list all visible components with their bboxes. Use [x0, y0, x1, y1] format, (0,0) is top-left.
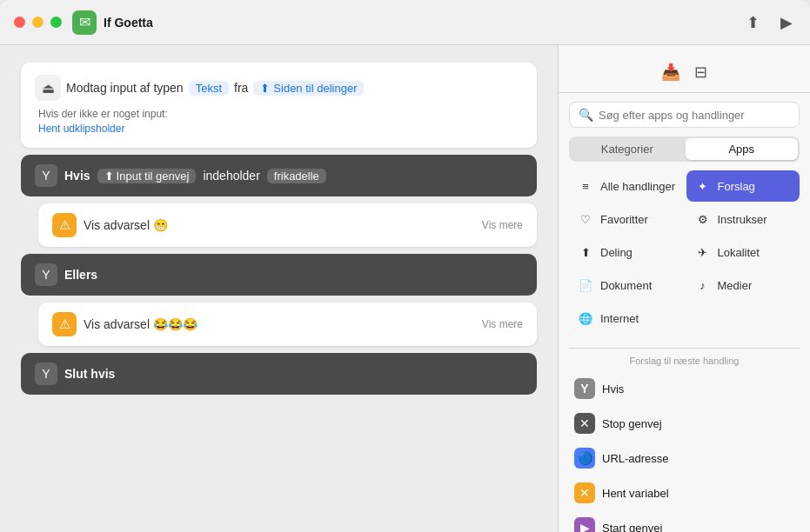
category-forslag[interactable]: ✦ Forslag — [686, 170, 800, 202]
source-token[interactable]: ⬆ Siden til delinger — [253, 81, 364, 96]
if-label: Hvis — [64, 169, 90, 183]
if-condition: indeholder — [203, 169, 259, 183]
category-medier[interactable]: ♪ Medier — [686, 269, 800, 301]
no-input-label: Hvis der ikke er noget input: — [38, 108, 168, 120]
vis-mere-2[interactable]: Vis mere — [482, 318, 523, 330]
categories-grid: ≡ Alle handlinger ✦ Forslag ♡ Favoritter… — [559, 170, 810, 334]
maximize-button[interactable] — [50, 17, 62, 28]
sliders-icon[interactable]: ⊟ — [694, 63, 707, 82]
lokalitet-icon: ✈ — [693, 243, 713, 262]
variabel-icon: ✕ — [574, 482, 595, 503]
clipboard-link[interactable]: Hent udklipsholder — [38, 123, 124, 135]
sidebar: 📥 ⊟ 🔍 Kategorier Apps ≡ Alle handlinger … — [558, 45, 810, 532]
close-button[interactable] — [14, 17, 25, 28]
stop-icon: ✕ — [574, 413, 595, 434]
alle-icon: ≡ — [576, 176, 595, 196]
search-input[interactable] — [599, 109, 790, 122]
sidebar-top-icons: 📥 ⊟ — [559, 56, 810, 93]
warning-block-1: ⚠ Vis advarsel 😁 Vis mere — [38, 203, 537, 247]
end-label: Slut hvis — [64, 367, 115, 381]
input-prefix: Modtag input af typen — [66, 81, 184, 95]
warning-label-1: Vis advarsel 😁 — [84, 218, 475, 232]
tab-kategorier[interactable]: Kategorier — [571, 138, 684, 160]
category-lokalitet[interactable]: ✈ Lokalitet — [686, 236, 800, 268]
else-icon: Y — [35, 263, 57, 286]
if-icon: Y — [35, 164, 57, 187]
type-token[interactable]: Tekst — [189, 81, 229, 96]
category-dokument[interactable]: 📄 Dokument — [569, 269, 683, 301]
suggestion-hvis[interactable]: Y Hvis — [566, 371, 803, 406]
window-title: If Goetta — [104, 16, 153, 30]
traffic-lights — [14, 17, 62, 28]
end-icon: Y — [35, 362, 57, 385]
warning-label-2: Vis advarsel 😂😂😂 — [84, 317, 475, 331]
category-deling[interactable]: ⬆ Deling — [569, 236, 683, 268]
input-block: ⏏ Modtag input af typen Tekst fra ⬆ Side… — [21, 63, 537, 148]
input-middle: fra — [234, 81, 248, 95]
medier-icon: ♪ — [693, 276, 713, 295]
minimize-button[interactable] — [32, 17, 44, 28]
search-bar: 🔍 — [569, 102, 800, 128]
else-label: Ellers — [64, 268, 97, 282]
end-block: Y Slut hvis — [21, 353, 537, 395]
if-block: Y Hvis ⬆ Input til genvej indeholder fri… — [21, 155, 537, 196]
category-instrukser[interactable]: ⚙ Instrukser — [686, 203, 800, 235]
sidebar-tabs: Kategorier Apps — [569, 136, 800, 162]
forslag-icon: ✦ — [693, 176, 713, 196]
category-alle[interactable]: ≡ Alle handlinger — [569, 170, 683, 202]
share-button[interactable]: ⬆ — [743, 10, 763, 36]
hvis-icon: Y — [574, 378, 595, 399]
input-row: ⏏ Modtag input af typen Tekst fra ⬆ Side… — [35, 75, 523, 101]
deling-icon: ⬆ — [576, 243, 595, 262]
if-value[interactable]: frikadelle — [267, 169, 326, 183]
titlebar-actions: ⬆ ▶ — [743, 10, 796, 36]
warning-icon-2: ⚠ — [52, 312, 77, 336]
internet-icon: 🌐 — [576, 309, 595, 328]
sidebar-divider — [569, 348, 800, 349]
main-content: ⏏ Modtag input af typen Tekst fra ⬆ Side… — [0, 45, 810, 532]
url-icon: 🔵 — [574, 448, 595, 469]
inbox-icon[interactable]: 📥 — [661, 63, 680, 82]
search-icon: 🔍 — [579, 108, 593, 122]
instrukser-icon: ⚙ — [693, 209, 713, 229]
category-internet[interactable]: 🌐 Internet — [569, 303, 683, 334]
dokument-icon: 📄 — [576, 276, 595, 295]
favoritter-icon: ♡ — [576, 209, 595, 229]
if-token[interactable]: ⬆ Input til genvej — [97, 169, 197, 183]
titlebar: ✉ If Goetta ⬆ ▶ — [0, 0, 810, 45]
tab-apps[interactable]: Apps — [686, 138, 799, 160]
suggestion-start-genvej[interactable]: ▶ Start genvej — [566, 510, 803, 532]
clipboard-row: Hent udklipsholder — [35, 120, 523, 136]
warning-block-2: ⚠ Vis advarsel 😂😂😂 Vis mere — [38, 303, 537, 346]
start-icon: ▶ — [574, 517, 595, 532]
suggestions-list: Y Hvis ✕ Stop genvej 🔵 URL-adresse ✕ Hen… — [559, 371, 810, 532]
vis-mere-1[interactable]: Vis mere — [482, 219, 523, 231]
run-button[interactable]: ▶ — [777, 10, 796, 36]
input-icon: ⏏ — [35, 75, 61, 101]
warning-icon-1: ⚠ — [52, 213, 77, 237]
workflow-panel: ⏏ Modtag input af typen Tekst fra ⬆ Side… — [0, 45, 558, 532]
no-input-row: Hvis der ikke er noget input: — [35, 108, 523, 120]
suggestion-url[interactable]: 🔵 URL-adresse — [566, 441, 803, 475]
category-favoritter[interactable]: ♡ Favoritter — [569, 203, 683, 235]
suggestion-hent-variabel[interactable]: ✕ Hent variabel — [566, 475, 803, 510]
app-icon: ✉ — [72, 10, 97, 35]
suggestion-stop-genvej[interactable]: ✕ Stop genvej — [566, 406, 803, 441]
else-block: Y Ellers — [21, 254, 537, 296]
suggestions-label: Forslag til næste handling — [559, 356, 810, 371]
